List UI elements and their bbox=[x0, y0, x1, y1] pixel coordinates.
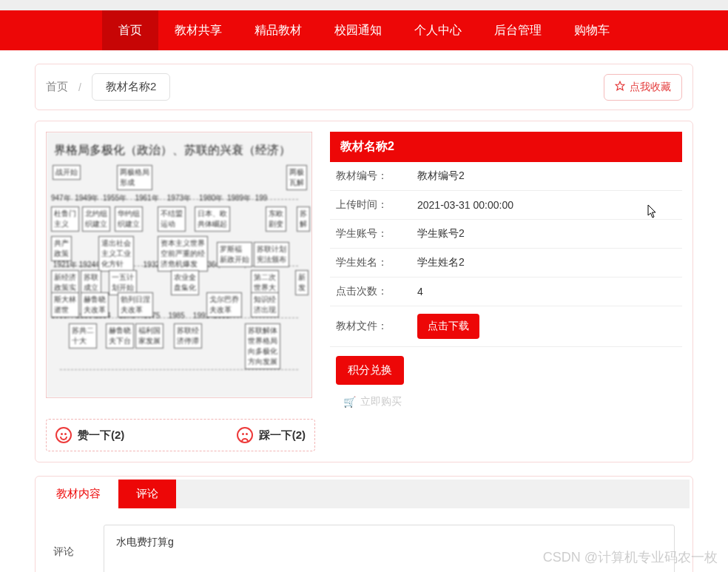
downvote-button[interactable]: 踩一下(2) bbox=[237, 427, 306, 443]
points-exchange-button[interactable]: 积分兑换 bbox=[336, 356, 404, 385]
upvote-label: 赞一下(2) bbox=[78, 428, 124, 443]
info-row-file: 教材文件： 点击下载 bbox=[330, 306, 682, 347]
tabs-card: 教材内容 评论 评论 bbox=[35, 476, 693, 572]
favorite-button[interactable]: 点我收藏 bbox=[604, 74, 682, 101]
info-value: 学生姓名2 bbox=[417, 256, 465, 269]
nav-item-cart[interactable]: 购物车 bbox=[558, 10, 626, 50]
info-label: 学生姓名： bbox=[336, 256, 417, 269]
info-label: 教材编号： bbox=[336, 169, 417, 183]
info-row-id: 教材编号： 教材编号2 bbox=[330, 162, 682, 191]
favorite-label: 点我收藏 bbox=[630, 81, 671, 94]
smile-icon bbox=[55, 427, 72, 443]
info-label: 学生账号： bbox=[336, 227, 417, 240]
detail-card: 界格局多极化（政治）、苏联的兴衰（经济） 战开始 两极格局形成 两极瓦解 杜鲁门… bbox=[35, 121, 693, 462]
top-gray-bar bbox=[0, 0, 728, 10]
tab-content[interactable]: 教材内容 bbox=[38, 480, 118, 508]
breadcrumb-card: 首页 / 教材名称2 点我收藏 bbox=[35, 64, 693, 110]
info-value: 4 bbox=[417, 286, 423, 297]
info-label: 点击次数： bbox=[336, 285, 417, 298]
buy-now-label: 立即购买 bbox=[360, 395, 402, 408]
info-row-account: 学生账号： 学生账号2 bbox=[330, 220, 682, 249]
info-row-clicks: 点击次数： 4 bbox=[330, 277, 682, 306]
tab-comments[interactable]: 评论 bbox=[118, 480, 176, 508]
info-label: 教材文件： bbox=[336, 320, 417, 333]
info-value: 2021-03-31 00:00:00 bbox=[417, 199, 513, 211]
buy-now-disabled: 🛒 立即购买 bbox=[330, 385, 682, 408]
vote-bar: 赞一下(2) 踩一下(2) bbox=[46, 419, 315, 451]
info-row-name: 学生姓名： 学生姓名2 bbox=[330, 249, 682, 277]
main-nav: 首页 教材共享 精品教材 校园通知 个人中心 后台管理 购物车 bbox=[0, 10, 728, 50]
tabs: 教材内容 评论 bbox=[38, 480, 690, 508]
breadcrumb: 首页 / 教材名称2 bbox=[46, 73, 170, 101]
breadcrumb-home[interactable]: 首页 bbox=[46, 80, 68, 94]
upvote-button[interactable]: 赞一下(2) bbox=[55, 427, 124, 443]
comment-area: 评论 bbox=[38, 508, 690, 572]
info-value: 教材编号2 bbox=[417, 169, 465, 183]
nav-item-featured[interactable]: 精品教材 bbox=[238, 10, 318, 50]
breadcrumb-sep: / bbox=[78, 81, 81, 93]
sad-icon bbox=[237, 427, 253, 443]
info-value: 学生账号2 bbox=[417, 227, 465, 240]
nav-item-admin[interactable]: 后台管理 bbox=[478, 10, 558, 50]
detail-title: 教材名称2 bbox=[330, 132, 682, 162]
nav-item-share[interactable]: 教材共享 bbox=[158, 10, 238, 50]
nav-item-profile[interactable]: 个人中心 bbox=[398, 10, 478, 50]
comment-input[interactable] bbox=[104, 525, 675, 572]
svg-marker-0 bbox=[616, 81, 624, 90]
cart-icon: 🛒 bbox=[343, 396, 356, 408]
detail-info: 教材名称2 教材编号： 教材编号2 上传时间： 2021-03-31 00:00… bbox=[330, 132, 682, 408]
nav-item-home[interactable]: 首页 bbox=[102, 10, 158, 50]
info-row-time: 上传时间： 2021-03-31 00:00:00 bbox=[330, 191, 682, 220]
breadcrumb-current: 教材名称2 bbox=[92, 73, 170, 101]
info-label: 上传时间： bbox=[336, 198, 417, 212]
download-button[interactable]: 点击下载 bbox=[417, 314, 479, 339]
material-thumbnail[interactable]: 界格局多极化（政治）、苏联的兴衰（经济） 战开始 两极格局形成 两极瓦解 杜鲁门… bbox=[46, 132, 312, 398]
comment-label: 评论 bbox=[53, 525, 81, 559]
nav-item-notice[interactable]: 校园通知 bbox=[318, 10, 398, 50]
downvote-label: 踩一下(2) bbox=[259, 428, 306, 443]
star-icon bbox=[615, 81, 625, 93]
